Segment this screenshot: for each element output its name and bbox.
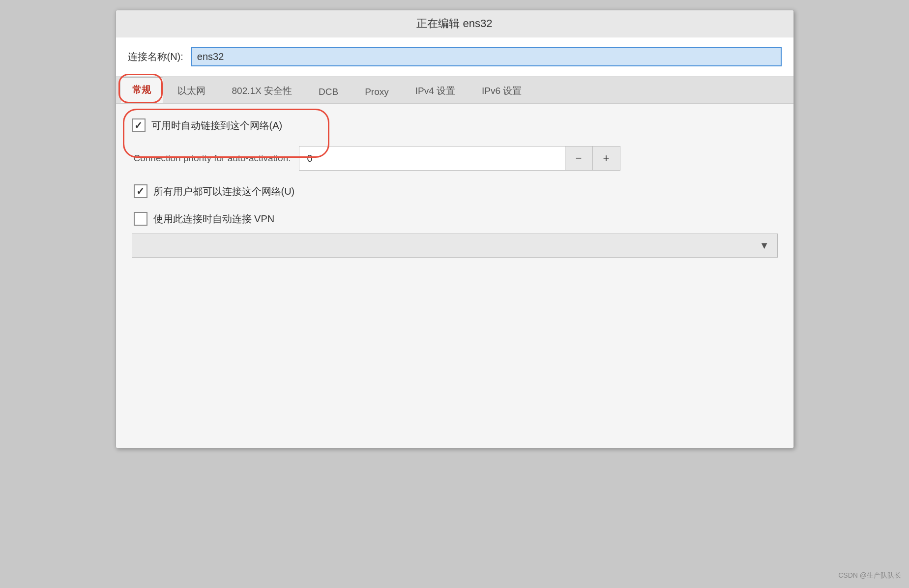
dialog: 正在编辑 ens32 连接名称(N): 常规 以太网 802.1X 安全性 DC… — [116, 10, 794, 448]
priority-value-input[interactable] — [299, 148, 565, 169]
priority-decrement-button[interactable]: − — [565, 147, 592, 170]
tab-dcb[interactable]: DCB — [306, 80, 351, 103]
connection-name-row: 连接名称(N): — [116, 37, 793, 77]
tabs-bar: 常规 以太网 802.1X 安全性 DCB Proxy IPv4 设置 IPv6… — [116, 77, 793, 104]
tab-ipv4[interactable]: IPv4 设置 — [403, 78, 468, 103]
auto-connect-row: 可用时自动链接到这个网络(A) — [132, 118, 778, 132]
priority-increment-button[interactable]: + — [592, 147, 620, 170]
watermark: CSDN @生产队队长 — [838, 571, 901, 580]
tab-security[interactable]: 802.1X 安全性 — [220, 78, 305, 103]
all-users-checkbox[interactable] — [134, 184, 147, 198]
connection-name-input[interactable] — [191, 47, 782, 66]
connection-name-label: 连接名称(N): — [128, 50, 183, 63]
tab-general[interactable]: 常规 — [120, 77, 163, 103]
priority-row: Connection priority for auto-activation:… — [132, 146, 778, 171]
dropdown-arrow-icon: ▼ — [760, 240, 769, 251]
tab-content-general: 可用时自动链接到这个网络(A) Connection priority for … — [116, 104, 793, 448]
vpn-label: 使用此连接时自动连接 VPN — [153, 212, 275, 226]
title-bar: 正在编辑 ens32 — [116, 10, 793, 37]
all-users-label: 所有用户都可以连接这个网络(U) — [153, 185, 295, 198]
dialog-title: 正在编辑 ens32 — [416, 17, 492, 29]
vpn-row: 使用此连接时自动连接 VPN — [132, 212, 778, 226]
auto-connect-checkbox[interactable] — [132, 118, 146, 132]
all-users-row: 所有用户都可以连接这个网络(U) — [132, 184, 778, 198]
tab-ethernet[interactable]: 以太网 — [165, 78, 218, 103]
vpn-checkbox[interactable] — [134, 212, 147, 226]
tab-ipv6[interactable]: IPv6 设置 — [469, 78, 534, 103]
tab-proxy[interactable]: Proxy — [352, 80, 401, 103]
vpn-dropdown[interactable]: ▼ — [132, 234, 778, 258]
auto-connect-label: 可用时自动链接到这个网络(A) — [151, 119, 283, 132]
priority-input-group: − + — [299, 146, 620, 171]
priority-label: Connection priority for auto-activation: — [134, 153, 291, 164]
